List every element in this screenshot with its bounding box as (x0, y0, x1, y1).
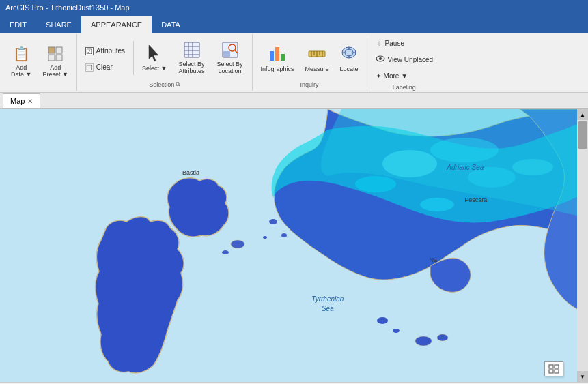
pause-button[interactable]: ⏸ Pause (372, 35, 408, 50)
svg-marker-4 (149, 45, 158, 61)
map-tab-close[interactable]: ✕ (27, 98, 33, 105)
svg-rect-15 (270, 51, 274, 61)
locate-button[interactable]: Locate (336, 38, 363, 78)
svg-rect-14 (223, 51, 230, 57)
svg-rect-17 (281, 54, 285, 61)
map-svg (0, 109, 588, 382)
group-labeling-label: Labeling (372, 83, 438, 92)
select-by-location-icon (221, 41, 239, 59)
pause-icon: ⏸ (376, 40, 382, 47)
select-button[interactable]: Select ▼ (138, 38, 171, 78)
group-selection-content: ☑ Attributes ☐ Clear Select ▼ (81, 35, 248, 80)
add-data-icon: 📋 (13, 46, 30, 62)
group-layer-content: 📋 AddData ▼ AddPreset ▼ (7, 35, 72, 87)
ribbon-group-inquiry: Infographics Measure (253, 34, 367, 91)
svg-point-48 (420, 198, 454, 211)
checkbox-attributes: ☑ (85, 47, 94, 55)
svg-point-41 (231, 240, 244, 248)
svg-point-31 (379, 57, 382, 60)
locate-label: Locate (340, 65, 359, 72)
svg-point-35 (281, 233, 287, 237)
scroll-down-arrow[interactable]: ▼ (577, 371, 588, 382)
svg-point-47 (355, 176, 396, 192)
map-tab-label: Map (10, 97, 25, 105)
group-selection-label: Selection ⧉ (81, 80, 248, 89)
add-preset-icon (47, 46, 64, 62)
select-by-location-button[interactable]: Select ByLocation (212, 38, 248, 78)
tab-appearance[interactable]: APPEARANCE (81, 16, 152, 33)
group-inquiry-label: Inquiry (257, 80, 363, 89)
select-by-location-label: Select ByLocation (217, 61, 243, 74)
infographics-label: Infographics (261, 65, 294, 72)
group-layer-label (7, 87, 72, 89)
ribbon-panel: 📋 AddData ▼ AddPreset ▼ (0, 33, 588, 93)
svg-point-34 (269, 219, 277, 224)
view-unplaced-icon (376, 54, 385, 65)
more-label: More ▼ (384, 72, 408, 80)
measure-label: Measure (305, 65, 329, 72)
svg-point-42 (222, 250, 229, 254)
infographics-button[interactable]: Infographics (257, 38, 298, 78)
svg-rect-16 (275, 47, 279, 61)
svg-point-39 (415, 336, 432, 346)
select-by-attributes-button[interactable]: Select ByAttributes (174, 38, 210, 78)
svg-rect-1 (56, 47, 62, 53)
infographics-icon (268, 44, 286, 63)
more-icon: ✦ (376, 72, 381, 80)
clear-button[interactable]: ☐ Clear (81, 60, 129, 75)
group-labeling-content: ⏸ Pause View Unplaced ✦ More ▼ (372, 35, 438, 83)
map-tab[interactable]: Map ✕ (3, 93, 40, 108)
ribbon-tabs: EDIT SHARE APPEARANCE DATA (0, 15, 588, 33)
measure-button[interactable]: Measure (301, 38, 333, 78)
attributes-button[interactable]: ☑ Attributes (81, 44, 129, 59)
scroll-up-arrow[interactable]: ▲ (577, 109, 588, 120)
select-by-attributes-label: Select ByAttributes (179, 61, 205, 74)
svg-rect-52 (555, 370, 559, 373)
svg-point-38 (393, 329, 400, 333)
more-button[interactable]: ✦ More ▼ (372, 68, 412, 83)
map-area[interactable]: Bastia Pescara Na Adriatic Sea Tyrrhenia… (0, 109, 588, 382)
clear-label: Clear (96, 63, 113, 71)
map-tab-bar: Map ✕ (0, 93, 588, 109)
svg-rect-0 (48, 47, 55, 53)
svg-rect-2 (48, 55, 55, 61)
expand-button[interactable] (544, 361, 563, 376)
select-label: Select ▼ (142, 65, 167, 72)
svg-point-40 (437, 334, 448, 341)
svg-rect-3 (56, 55, 62, 61)
view-unplaced-label: View Unplaced (388, 56, 434, 63)
group-inquiry-content: Infographics Measure (257, 35, 363, 80)
scroll-thumb[interactable] (578, 121, 587, 149)
add-data-label: AddData ▼ (11, 64, 31, 78)
pause-label: Pause (385, 40, 404, 47)
select-icon (146, 44, 163, 63)
svg-rect-51 (549, 370, 553, 373)
svg-point-37 (377, 317, 388, 324)
add-preset-label: AddPreset ▼ (42, 64, 68, 78)
add-preset-button[interactable]: AddPreset ▼ (38, 41, 72, 82)
tab-data[interactable]: DATA (152, 16, 190, 33)
svg-point-36 (263, 236, 267, 239)
ribbon-group-labeling: ⏸ Pause View Unplaced ✦ More ▼ Labeling (367, 34, 442, 91)
tab-edit[interactable]: EDIT (0, 16, 36, 33)
separator-1 (133, 41, 134, 75)
app-title: ArcGIS Pro - TithonicDust1350 - Map (5, 3, 130, 12)
checkbox-clear: ☐ (85, 63, 94, 72)
locate-icon (340, 44, 358, 63)
scroll-right[interactable]: ▲ ▼ (577, 109, 588, 382)
ribbon-group-layer: 📋 AddData ▼ AddPreset ▼ (3, 34, 77, 91)
svg-rect-50 (555, 365, 559, 368)
tab-share[interactable]: SHARE (36, 16, 81, 33)
svg-point-43 (382, 150, 437, 177)
attributes-label: Attributes (96, 47, 125, 55)
selection-expander[interactable]: ⧉ (176, 80, 180, 88)
view-unplaced-button[interactable]: View Unplaced (372, 52, 438, 67)
svg-rect-5 (184, 42, 199, 57)
ribbon-group-selection: ☑ Attributes ☐ Clear Select ▼ (77, 34, 253, 91)
svg-point-45 (468, 167, 516, 188)
measure-icon (308, 44, 326, 63)
svg-point-44 (430, 138, 499, 162)
title-bar: ArcGIS Pro - TithonicDust1350 - Map (0, 0, 588, 15)
add-data-button[interactable]: 📋 AddData ▼ (7, 41, 36, 82)
svg-point-46 (512, 159, 553, 175)
